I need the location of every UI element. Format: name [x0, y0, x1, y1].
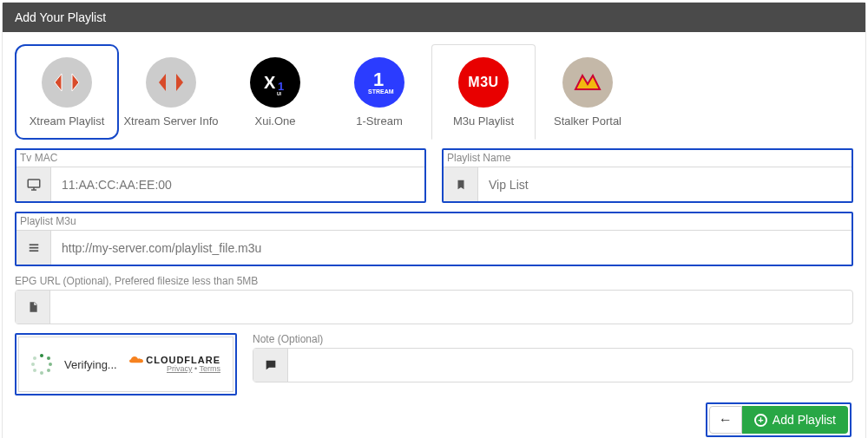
cloudflare-captcha[interactable]: Verifying... CLOUDFLARE Privacy • Terms: [18, 337, 233, 392]
svg-text:UI: UI: [277, 91, 282, 96]
playlist-name-input[interactable]: [478, 167, 852, 201]
playlist-m3u-input[interactable]: [51, 231, 852, 265]
file-icon: [16, 291, 50, 324]
tab-m3u-playlist[interactable]: M3U M3u Playlist: [431, 44, 536, 140]
m3u-icon: M3U: [458, 57, 509, 108]
cloudflare-brand: CLOUDFLARE Privacy • Terms: [129, 355, 220, 374]
tvmac-input[interactable]: [51, 167, 424, 201]
comment-icon: [253, 349, 288, 382]
tab-xtream-server-info[interactable]: Xtream Server Info: [119, 44, 223, 140]
tab-xtream-playlist[interactable]: Xtream Playlist: [15, 44, 119, 140]
add-playlist-label: Add Playlist: [773, 413, 836, 427]
back-button[interactable]: ←: [709, 406, 742, 434]
svg-text:1: 1: [373, 69, 384, 90]
tab-label: Xtream Server Info: [123, 114, 218, 127]
tab-label: Xui.One: [255, 114, 296, 127]
terms-link[interactable]: Terms: [200, 364, 221, 373]
tab-label: M3u Playlist: [453, 114, 514, 127]
bookmark-icon: [444, 167, 478, 201]
panel-title: Add Your Playlist: [3, 3, 865, 32]
playlist-name-label: Playlist Name: [444, 150, 852, 164]
tab-label: Stalker Portal: [554, 114, 621, 127]
svg-marker-0: [55, 74, 62, 91]
privacy-link[interactable]: Privacy: [167, 364, 193, 373]
footer-actions-wrap: ← + Add Playlist: [706, 402, 852, 437]
tab-label: Xtream Playlist: [30, 114, 105, 127]
svg-marker-5: [176, 74, 183, 91]
tab-xuione[interactable]: X1UI Xui.One: [223, 44, 327, 140]
svg-rect-11: [28, 180, 40, 187]
svg-rect-14: [29, 244, 38, 245]
svg-text:STREAM: STREAM: [368, 88, 394, 95]
svg-rect-16: [29, 250, 38, 252]
note-label: Note (Optional): [253, 333, 853, 345]
captcha-status: Verifying...: [64, 358, 117, 371]
captcha-wrap: Verifying... CLOUDFLARE Privacy • Terms: [15, 333, 237, 396]
playlist-name-wrap: Playlist Name: [442, 148, 853, 203]
svg-rect-15: [29, 246, 38, 248]
add-playlist-panel: Add Your Playlist Xtream Playlist Xtream…: [2, 2, 866, 438]
spinner-icon: [31, 354, 52, 375]
note-input[interactable]: [288, 349, 852, 382]
onestream-icon: 1STREAM: [354, 57, 404, 108]
epg-label: EPG URL (Optional), Prefered filesize le…: [15, 275, 853, 287]
list-icon: [16, 231, 51, 265]
playlist-m3u-wrap: Playlist M3u: [15, 212, 853, 266]
tab-stalker-portal[interactable]: Stalker Portal: [536, 44, 640, 140]
stalker-icon: [562, 57, 613, 108]
playlist-type-tabs: Xtream Playlist Xtream Server Info X1UI …: [15, 44, 853, 140]
epg-input[interactable]: [50, 291, 852, 324]
plus-circle-icon: +: [754, 414, 767, 427]
svg-marker-4: [159, 74, 166, 91]
playlist-m3u-label: Playlist M3u: [16, 213, 852, 227]
xtream-icon: [42, 57, 92, 108]
tab-label: 1-Stream: [356, 114, 402, 127]
svg-text:X: X: [264, 73, 276, 92]
xuione-icon: X1UI: [250, 57, 300, 108]
tab-1stream[interactable]: 1STREAM 1-Stream: [327, 44, 431, 140]
arrow-left-icon: ←: [719, 412, 733, 428]
svg-marker-1: [72, 74, 79, 91]
panel-body: Xtream Playlist Xtream Server Info X1UI …: [3, 32, 865, 438]
xtream-icon: [146, 57, 196, 108]
tvmac-wrap: Tv MAC: [15, 148, 426, 203]
monitor-icon: [16, 167, 51, 201]
tvmac-label: Tv MAC: [16, 150, 424, 164]
add-playlist-button[interactable]: + Add Playlist: [742, 406, 848, 434]
